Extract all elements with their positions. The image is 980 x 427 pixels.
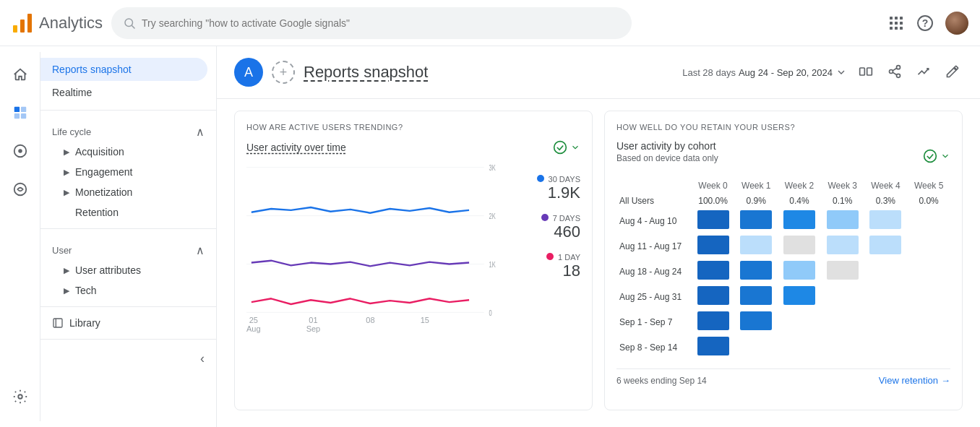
sidebar-item-settings[interactable] <box>7 380 34 415</box>
cohort-cell-color <box>821 208 864 233</box>
reports-header: A + Reports snapshot Last 28 days Aug 24… <box>217 46 980 99</box>
svg-text:2K: 2K <box>489 212 495 221</box>
search-bar[interactable] <box>111 7 632 39</box>
svg-line-4 <box>132 25 134 28</box>
app-title: Analytics <box>39 14 103 33</box>
date-range-value: Aug 24 - Sep 20, 2024 <box>739 67 833 78</box>
svg-rect-24 <box>53 319 62 327</box>
lifecycle-section[interactable]: Life cycle ∧ <box>40 116 216 142</box>
sidebar-item-explore[interactable] <box>7 134 34 170</box>
add-report-button[interactable]: + <box>272 61 295 84</box>
date-range-picker[interactable]: Last 28 days Aug 24 - Sep 20, 2024 <box>682 66 847 78</box>
cohort-cell-color <box>907 259 950 284</box>
comparison-icon-button[interactable] <box>856 61 876 84</box>
cohort-cell-color <box>821 284 864 309</box>
cohort-cell-color <box>907 335 950 360</box>
svg-rect-8 <box>890 22 893 25</box>
search-input[interactable] <box>142 17 620 29</box>
cohort-check-circle-icon <box>923 149 937 163</box>
svg-rect-26 <box>860 68 865 75</box>
legend-30days: 30 DAYS 1.9K <box>537 175 580 202</box>
view-retention-button[interactable]: View retention → <box>879 375 950 386</box>
collapse-button[interactable]: ‹ <box>40 345 216 372</box>
reports-snapshot-nav[interactable]: Reports snapshot <box>40 58 207 81</box>
explore-icon-button[interactable] <box>914 61 934 84</box>
library-icon <box>52 317 64 329</box>
user-section[interactable]: User ∧ <box>40 235 216 260</box>
edit-icon <box>945 64 960 79</box>
monetization-item[interactable]: ▶ Monetization <box>40 182 216 202</box>
cohort-cell-color <box>864 233 908 259</box>
cohort-dropdown-icon <box>940 151 950 161</box>
report-avatar: A <box>234 58 263 87</box>
library-item[interactable]: Library <box>40 313 216 333</box>
cohort-cell-color <box>778 309 821 335</box>
cohort-cell-color <box>864 284 908 309</box>
cohort-cell-color <box>907 284 950 309</box>
x-label-01-sep: 01Sep <box>306 316 321 333</box>
table-row: Aug 25 - Aug 31 <box>616 284 950 309</box>
user-attributes-item[interactable]: ▶ User attributes <box>40 260 216 280</box>
cohort-cell-color <box>864 335 908 360</box>
sidebar-item-reports[interactable] <box>7 96 34 131</box>
comparison-icon <box>859 64 873 79</box>
cohort-footer: 6 weeks ending Sep 14 View retention → <box>616 368 950 386</box>
svg-rect-11 <box>890 27 893 30</box>
cohort-th-week5: Week 5 <box>907 178 950 194</box>
cohort-cell-color <box>864 309 908 335</box>
tech-item[interactable]: ▶ Tech <box>40 280 216 301</box>
cohort-cell-color <box>692 233 735 259</box>
sidebar-item-advertising[interactable] <box>7 173 34 208</box>
cohort-cell-color <box>734 335 778 360</box>
cohort-cell-color <box>907 233 950 259</box>
acquisition-item[interactable]: ▶ Acquisition <box>40 142 216 162</box>
cohort-cell-color <box>734 208 778 233</box>
cohort-cell-text: 0.1% <box>821 194 864 208</box>
help-icon[interactable]: ? <box>916 14 934 32</box>
cohort-th-week4: Week 4 <box>864 178 908 194</box>
cohort-row-label: Aug 4 - Aug 10 <box>616 208 692 233</box>
x-label-25-aug: 25Aug <box>246 316 261 333</box>
chart-title[interactable]: User activity over time <box>246 142 346 153</box>
engagement-item[interactable]: ▶ Engagement <box>40 162 216 182</box>
grid-icon[interactable] <box>887 14 905 32</box>
share-icon <box>887 64 902 79</box>
cohort-th-week2: Week 2 <box>778 178 821 194</box>
edit-icon-button[interactable] <box>942 61 963 84</box>
realtime-nav[interactable]: Realtime <box>40 81 207 104</box>
table-row: Aug 11 - Aug 17 <box>616 233 950 259</box>
engagement-chevron: ▶ <box>64 168 69 177</box>
cohort-th-week1: Week 1 <box>734 178 778 194</box>
svg-text:3K: 3K <box>489 164 495 173</box>
chart-check-button[interactable] <box>553 140 580 155</box>
svg-point-21 <box>18 149 22 153</box>
retention-item[interactable]: Retention <box>40 202 216 223</box>
svg-rect-0 <box>13 25 17 33</box>
share-icon-button[interactable] <box>885 61 905 84</box>
cohort-cell-color <box>864 259 908 284</box>
sidebar-item-home[interactable] <box>7 58 34 93</box>
cohort-check-button[interactable] <box>923 149 950 163</box>
search-icon <box>123 17 136 30</box>
legend-dot-1day <box>546 253 554 260</box>
table-row: Aug 18 - Aug 24 <box>616 259 950 284</box>
svg-text:?: ? <box>922 17 929 29</box>
reports-icon <box>12 105 28 121</box>
user-avatar[interactable] <box>945 12 968 35</box>
svg-rect-6 <box>895 17 898 20</box>
cohort-cell-text: 0.9% <box>734 194 778 208</box>
tech-label: Tech <box>75 285 97 296</box>
svg-rect-16 <box>14 107 19 112</box>
cohort-subtitle: Based on device data only <box>616 153 718 163</box>
table-row: Sep 8 - Sep 14 <box>616 335 950 360</box>
cohort-cell-text: 0.3% <box>864 194 908 208</box>
dropdown-chevron-icon <box>570 142 580 152</box>
user-section-label: User <box>52 245 72 256</box>
cohort-title-area: User activity by cohort Based on device … <box>616 140 718 172</box>
cohort-cell-color <box>778 335 821 360</box>
cohort-cell-color <box>778 233 821 259</box>
cohort-cell-color <box>692 309 735 335</box>
cohort-th-week3: Week 3 <box>821 178 864 194</box>
cohort-cell-text: 0.0% <box>907 194 950 208</box>
legend-1day: 1 DAY 18 <box>546 253 580 280</box>
